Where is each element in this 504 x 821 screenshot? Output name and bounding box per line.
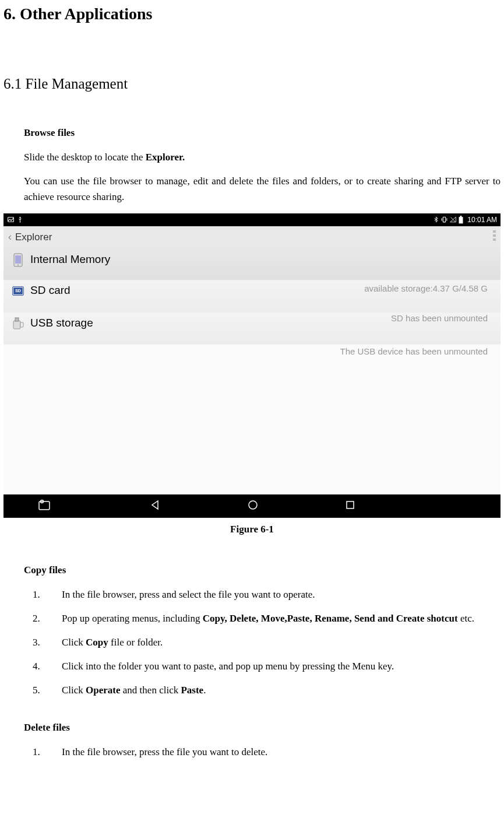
status-right: 10:01 AM	[433, 216, 497, 224]
text: etc.	[458, 613, 474, 624]
step-5: Click Operate and then click Paste.	[44, 682, 501, 698]
status-left	[7, 216, 23, 223]
svg-rect-2	[443, 217, 446, 222]
usb-storage-icon	[9, 316, 27, 330]
text: Pop up operating menus, including	[62, 613, 203, 624]
svg-rect-7	[460, 216, 462, 217]
bold-menus: Copy, Delete, Move,Paste, Rename, Send a…	[203, 613, 458, 624]
bluetooth-icon	[433, 216, 439, 223]
svg-rect-15	[15, 318, 19, 321]
bold-operate: Operate	[86, 685, 120, 696]
svg-point-19	[249, 501, 257, 509]
step-1: In the file browser, press and select th…	[44, 587, 501, 602]
phone-storage-icon	[9, 252, 27, 267]
vibrate-icon	[440, 216, 448, 223]
app-header: ‹ Explorer	[3, 226, 501, 248]
delete-files-title: Delete files	[24, 722, 501, 734]
step-1: In the file browser, press the file you …	[44, 744, 501, 760]
delete-steps: In the file browser, press the file you …	[44, 744, 501, 760]
bold-paste: Paste	[181, 685, 203, 696]
no-signal-icon	[449, 216, 457, 223]
bold-explorer: Explorer.	[146, 152, 185, 163]
svg-rect-20	[347, 501, 354, 508]
status-bar: 10:01 AM	[3, 213, 501, 226]
nav-recent-icon[interactable]	[346, 500, 355, 512]
text: Click	[62, 685, 86, 696]
copy-files-title: Copy files	[24, 564, 501, 576]
svg-rect-6	[459, 217, 463, 223]
storage-item-usb[interactable]: USB storage The USB device has been unmo…	[3, 313, 501, 345]
svg-rect-12	[15, 255, 21, 264]
svg-rect-14	[13, 321, 20, 329]
screenshot-figure: 10:01 AM ‹ Explorer Internal Memory avai…	[3, 213, 501, 518]
heading-section: 6.1 File Management	[3, 76, 501, 92]
storage-item-internal[interactable]: Internal Memory available storage:4.37 G…	[3, 248, 501, 280]
status-time: 10:01 AM	[467, 216, 497, 224]
storage-status: The USB device has been unmounted	[340, 346, 488, 356]
nav-back-icon[interactable]	[150, 500, 160, 513]
sd-card-icon: SD	[9, 286, 27, 295]
text: Click	[62, 637, 86, 648]
svg-rect-16	[20, 322, 23, 327]
storage-label: SD card	[30, 284, 71, 297]
step-3: Click Copy file or folder.	[44, 634, 501, 650]
storage-list: Internal Memory available storage:4.37 G…	[3, 248, 501, 494]
storage-label: Internal Memory	[30, 253, 110, 266]
figure-caption: Figure 6-1	[3, 524, 501, 535]
browse-files-title: Browse files	[24, 127, 501, 139]
overflow-menu-icon[interactable]	[493, 230, 496, 244]
browse-p1: Slide the desktop to locate the Explorer…	[24, 149, 501, 165]
screenshot-nav-icon[interactable]	[38, 500, 51, 513]
step-4: Click into the folder you want to paste,…	[44, 658, 501, 674]
text: file or folder.	[108, 637, 163, 648]
browse-p2: You can use the file browser to manage, …	[24, 173, 501, 205]
svg-rect-10	[493, 238, 496, 241]
storage-item-sdcard[interactable]: SD SD card SD has been unmounted	[3, 280, 501, 313]
image-icon	[7, 216, 15, 223]
svg-rect-0	[8, 217, 14, 222]
step-2: Pop up operating menus, including Copy, …	[44, 611, 501, 626]
bold-copy: Copy	[86, 637, 108, 648]
svg-rect-9	[493, 234, 496, 237]
usb-icon	[17, 216, 23, 223]
heading-chapter: 6. Other Applications	[3, 5, 501, 23]
svg-rect-8	[493, 230, 496, 233]
text: Slide the desktop to locate the	[24, 152, 146, 163]
svg-point-13	[17, 264, 19, 265]
copy-steps: In the file browser, press and select th…	[44, 587, 501, 699]
back-chevron-icon[interactable]: ‹	[8, 231, 12, 243]
text: .	[203, 685, 206, 696]
svg-point-1	[20, 222, 21, 223]
storage-label: USB storage	[30, 317, 93, 329]
nav-home-icon[interactable]	[248, 500, 258, 513]
android-nav-bar	[3, 494, 501, 518]
text: and then click	[121, 685, 181, 696]
battery-icon	[458, 216, 464, 224]
app-title: Explorer	[15, 231, 52, 243]
